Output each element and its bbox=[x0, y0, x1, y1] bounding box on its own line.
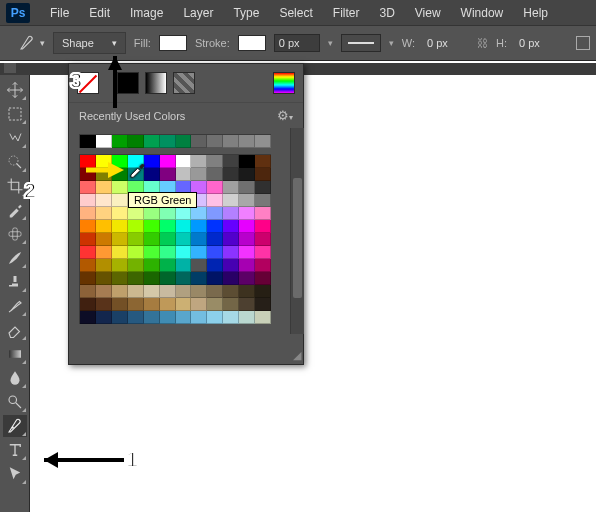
color-swatch[interactable] bbox=[255, 207, 271, 220]
eraser-tool[interactable] bbox=[3, 319, 27, 341]
color-swatch[interactable] bbox=[160, 168, 176, 181]
color-swatch[interactable] bbox=[239, 311, 255, 324]
color-swatch[interactable] bbox=[255, 168, 271, 181]
menu-file[interactable]: File bbox=[40, 6, 79, 20]
color-swatch[interactable] bbox=[255, 259, 271, 272]
color-swatch[interactable] bbox=[96, 181, 112, 194]
color-swatch[interactable] bbox=[112, 194, 128, 207]
color-swatch[interactable] bbox=[128, 311, 144, 324]
recent-swatch[interactable] bbox=[144, 135, 160, 148]
color-swatch[interactable] bbox=[96, 233, 112, 246]
color-swatch[interactable] bbox=[176, 311, 192, 324]
panel-menu-gear-icon[interactable]: ⚙▾ bbox=[277, 108, 293, 123]
color-swatch[interactable] bbox=[80, 207, 96, 220]
color-swatch[interactable] bbox=[96, 194, 112, 207]
color-swatch[interactable] bbox=[191, 311, 207, 324]
color-picker-button[interactable] bbox=[273, 72, 295, 94]
color-swatch[interactable] bbox=[96, 259, 112, 272]
recent-swatch[interactable] bbox=[128, 135, 144, 148]
panel-resize-grip-icon[interactable]: ◢ bbox=[293, 349, 301, 362]
color-swatch[interactable] bbox=[128, 272, 144, 285]
color-swatch[interactable] bbox=[160, 220, 176, 233]
color-swatch[interactable] bbox=[144, 311, 160, 324]
stroke-swatch[interactable] bbox=[238, 35, 266, 51]
stroke-width-input[interactable]: 0 px bbox=[274, 34, 320, 52]
color-swatch[interactable] bbox=[223, 298, 239, 311]
swatch-scrollbar[interactable] bbox=[290, 128, 304, 334]
color-swatch[interactable] bbox=[80, 220, 96, 233]
color-swatch[interactable] bbox=[160, 285, 176, 298]
color-swatch[interactable] bbox=[96, 220, 112, 233]
color-swatch[interactable] bbox=[160, 259, 176, 272]
fill-solid-button[interactable] bbox=[117, 72, 139, 94]
color-swatch[interactable] bbox=[239, 194, 255, 207]
color-swatch[interactable] bbox=[144, 259, 160, 272]
color-swatch[interactable] bbox=[207, 259, 223, 272]
color-swatch[interactable] bbox=[207, 220, 223, 233]
color-swatch[interactable] bbox=[239, 220, 255, 233]
color-swatch[interactable] bbox=[144, 298, 160, 311]
scroll-thumb[interactable] bbox=[293, 178, 302, 298]
recent-swatch[interactable] bbox=[223, 135, 239, 148]
align-edges-icon[interactable] bbox=[576, 36, 590, 50]
color-swatch[interactable] bbox=[96, 207, 112, 220]
quick-select-tool[interactable] bbox=[3, 151, 27, 173]
color-swatch[interactable] bbox=[80, 298, 96, 311]
color-swatch[interactable] bbox=[255, 220, 271, 233]
color-swatch[interactable] bbox=[80, 259, 96, 272]
color-swatch[interactable] bbox=[160, 233, 176, 246]
color-swatch[interactable] bbox=[112, 311, 128, 324]
color-swatch[interactable] bbox=[128, 285, 144, 298]
color-swatch[interactable] bbox=[160, 246, 176, 259]
color-swatch[interactable] bbox=[80, 168, 96, 181]
color-swatch[interactable] bbox=[255, 233, 271, 246]
color-swatch[interactable] bbox=[80, 311, 96, 324]
color-swatch[interactable] bbox=[207, 311, 223, 324]
recent-swatch[interactable] bbox=[255, 135, 271, 148]
color-swatch[interactable] bbox=[144, 168, 160, 181]
brush-tool[interactable] bbox=[3, 247, 27, 269]
fill-gradient-button[interactable] bbox=[145, 72, 167, 94]
color-swatch[interactable] bbox=[96, 246, 112, 259]
color-swatch[interactable] bbox=[112, 246, 128, 259]
color-swatch[interactable] bbox=[144, 207, 160, 220]
color-swatch[interactable] bbox=[160, 207, 176, 220]
color-swatch[interactable] bbox=[239, 233, 255, 246]
recent-swatch[interactable] bbox=[176, 135, 192, 148]
dodge-tool[interactable] bbox=[3, 391, 27, 413]
color-swatch[interactable] bbox=[160, 272, 176, 285]
color-swatch[interactable] bbox=[223, 220, 239, 233]
color-swatch[interactable] bbox=[207, 298, 223, 311]
recent-swatch[interactable] bbox=[96, 135, 112, 148]
eyedropper-tool[interactable] bbox=[3, 199, 27, 221]
active-tool-indicator[interactable]: ▾ bbox=[18, 34, 45, 52]
color-swatch[interactable] bbox=[176, 246, 192, 259]
color-swatch[interactable] bbox=[128, 298, 144, 311]
color-swatch[interactable] bbox=[207, 155, 223, 168]
color-swatch[interactable] bbox=[191, 220, 207, 233]
color-swatch[interactable] bbox=[160, 311, 176, 324]
color-swatch[interactable] bbox=[239, 155, 255, 168]
color-swatch[interactable] bbox=[128, 233, 144, 246]
menu-type[interactable]: Type bbox=[223, 6, 269, 20]
color-swatch[interactable] bbox=[176, 272, 192, 285]
color-swatch[interactable] bbox=[144, 220, 160, 233]
healing-tool[interactable] bbox=[3, 223, 27, 245]
color-swatch[interactable] bbox=[80, 285, 96, 298]
fill-swatch[interactable] bbox=[159, 35, 187, 51]
color-swatch[interactable] bbox=[239, 298, 255, 311]
color-swatch[interactable] bbox=[128, 259, 144, 272]
color-swatch[interactable] bbox=[144, 233, 160, 246]
color-swatch[interactable] bbox=[207, 194, 223, 207]
path-select-tool[interactable] bbox=[3, 463, 27, 485]
menu-select[interactable]: Select bbox=[269, 6, 322, 20]
color-swatch[interactable] bbox=[191, 155, 207, 168]
color-swatch[interactable] bbox=[176, 207, 192, 220]
color-swatch[interactable] bbox=[176, 168, 192, 181]
color-swatch[interactable] bbox=[80, 194, 96, 207]
color-swatch[interactable] bbox=[96, 311, 112, 324]
color-swatch[interactable] bbox=[191, 285, 207, 298]
blur-tool[interactable] bbox=[3, 367, 27, 389]
color-swatch[interactable] bbox=[223, 168, 239, 181]
lasso-tool[interactable] bbox=[3, 127, 27, 149]
